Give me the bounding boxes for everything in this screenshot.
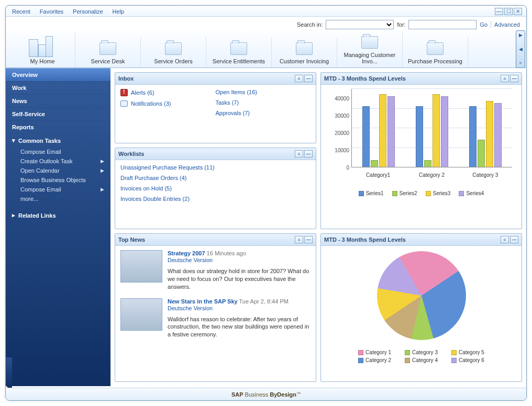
footer-brand: SAP [231,391,243,398]
panel-collapse-button[interactable]: — [304,236,313,243]
tab-managing-customer-invo-[interactable]: Managing Customer Invo... [337,31,403,67]
tab-purchase-processing[interactable]: Purchase Processing [403,37,468,67]
worklist-link[interactable]: Invoices Double Entries (2) [120,196,311,202]
inbox-panel: Inbox ≡ — Alerts (6) Notific [115,72,316,143]
panel-title: MTD - 3 Months Spend Levels [324,236,406,243]
tab-service-desk[interactable]: Service Desk [75,37,141,67]
news-item: Strategy 2007 16 Minutes ago Deutsche Ve… [120,250,311,291]
tab-label: Service Orders [141,58,206,64]
menu-recent[interactable]: Recent [12,8,30,15]
search-bar: Search in: for: Go Advanced [6,17,526,30]
menu-help[interactable]: Help [113,8,125,15]
search-in-label: Search in: [297,21,323,28]
sidebar-task-compose-email[interactable]: Compose Email [6,147,110,156]
worklists-panel: Worklists ≡ — Unassigned Purchase Reques… [115,148,316,229]
news-timestamp: Tue Apr 2, 8:44 PM [239,298,289,304]
tab-service-orders[interactable]: Service Orders [141,37,206,67]
panel-collapse-button[interactable]: — [304,75,313,82]
panel-collapse-button[interactable]: — [510,75,518,82]
legend-item: Category 3 [405,349,438,355]
window-maximize-button[interactable]: ☐ [504,8,513,15]
news-thumbnail [120,298,162,331]
tab-scroller[interactable]: ▶ ◀ » [516,30,525,68]
worklist-link[interactable]: Unassigned Purchase Requests (11) [120,164,311,171]
sidebar-related-links-header[interactable]: ▸ Related Links [6,209,110,222]
news-subtitle-link[interactable]: Deutsche Version [168,257,311,263]
inbox-alerts-link[interactable]: Alerts (6) [131,89,154,96]
inbox-open-items-link[interactable]: Open Items (16) [216,89,311,95]
legend-item: Category 2 [358,357,391,363]
sidebar-section-label: Related Links [18,212,56,219]
search-advanced-link[interactable]: Advanced [494,21,520,28]
sidebar-item-reports[interactable]: Reports [6,121,110,134]
footer: SAP Business ByDesign™ [6,388,526,400]
sidebar-task-compose-email[interactable]: Compose Email▶ [6,185,110,194]
inbox-approvals-link[interactable]: Approvals (7) [216,110,311,116]
legend-item: Series2 [392,190,417,196]
inbox-notifications-link[interactable]: Notifications (3) [131,100,171,107]
sidebar-item-news[interactable]: News [6,95,110,108]
footer-brand: ByDesign [270,391,296,398]
folder-icon [99,42,116,55]
sidebar-item-self-service[interactable]: Self-Service [6,108,110,121]
legend-item: Category 4 [405,357,438,363]
news-body-text: What does our strategy hold in store for… [168,267,311,291]
pie-chart [377,251,466,340]
news-timestamp: 16 Minutes ago [207,250,246,256]
worklist-link[interactable]: Draft Purchase Orders (4) [120,175,311,181]
menu-favorites[interactable]: Favorites [40,8,63,15]
sidebar-item-work[interactable]: Work [6,82,110,95]
news-title-link[interactable]: New Stars in the SAP Sky [168,298,238,304]
app-window: Recent Favorites Personalize Help — ☐ ✕ … [5,5,527,401]
chevron-right-icon: ▶ [101,168,104,173]
bar-chart-legend: Series1Series2Series3Series4 [326,190,516,196]
window-close-button[interactable]: ✕ [514,8,522,15]
chevron-right-icon: ▶ [101,159,104,164]
tab-service-entitlements[interactable]: Service Entitlements [206,37,272,67]
panel-menu-button[interactable]: ≡ [295,75,303,82]
footer-brand: Business [245,391,269,398]
tab-label: Managing Customer Invo... [337,52,402,64]
search-in-select[interactable] [326,20,394,29]
tab-customer-invoicing[interactable]: Customer Invoicing [272,37,337,67]
chevron-right-icon: ▶ [101,187,104,192]
inbox-tasks-link[interactable]: Tasks (7) [216,99,311,106]
news-subtitle-link[interactable]: Deutsche Version [168,305,311,311]
worktab-strip: My Home Service DeskService OrdersServic… [6,30,526,68]
pie-chart-legend: Category 1Category 3Category 5Category 2… [358,349,484,363]
search-go-link[interactable]: Go [480,21,487,28]
sidebar-task-create-outlook-task[interactable]: Create Outlook Task▶ [6,156,110,166]
news-item: New Stars in the SAP Sky Tue Apr 2, 8:44… [120,298,311,339]
sidebar-task-browse-business-objects[interactable]: Browse Business Objects [6,175,110,185]
panel-menu-button[interactable]: ≡ [295,236,303,243]
menu-personalize[interactable]: Personalize [73,8,103,15]
sidebar-task-open-calendar[interactable]: Open Calendar▶ [6,166,110,175]
sidebar-common-tasks-header[interactable]: ▾ Common Tasks [6,134,110,147]
window-minimize-button[interactable]: — [495,8,503,15]
tab-my-home[interactable]: My Home [10,32,75,67]
pie-chart-panel: MTD - 3 Months Spend Levels ≡ — Category… [320,233,522,382]
home-icon [27,33,58,57]
chevron-right-icon: ▸ [12,212,15,219]
chevron-down-icon: ▾ [12,137,15,144]
arrow-right-icon: ▶ [519,33,523,38]
search-for-input[interactable] [408,20,476,29]
legend-item: Series4 [459,190,484,196]
sidebar-item-overview[interactable]: Overview [6,68,110,82]
panel-collapse-button[interactable]: — [304,150,313,157]
news-thumbnail [120,250,162,283]
panel-menu-button[interactable]: ≡ [501,75,509,82]
chevron-double-icon: » [519,61,522,65]
bar-chart-panel: MTD - 3 Months Spend Levels ≡ — 01000020… [320,72,522,229]
sidebar: OverviewWorkNewsSelf-ServiceReports ▾ Co… [6,68,110,386]
panel-menu-button[interactable]: ≡ [501,236,509,243]
news-body-text: Walldorf has reason to celebrate: After … [168,315,311,339]
folder-icon [361,36,378,49]
panel-menu-button[interactable]: ≡ [295,150,303,157]
sidebar-task-more-[interactable]: more... [6,194,110,204]
legend-item: Series3 [426,190,451,196]
worklist-link[interactable]: Invoices on Hold (5) [120,185,311,191]
news-title-link[interactable]: Strategy 2007 [168,250,205,256]
divider [491,21,491,28]
panel-collapse-button[interactable]: — [510,236,518,243]
